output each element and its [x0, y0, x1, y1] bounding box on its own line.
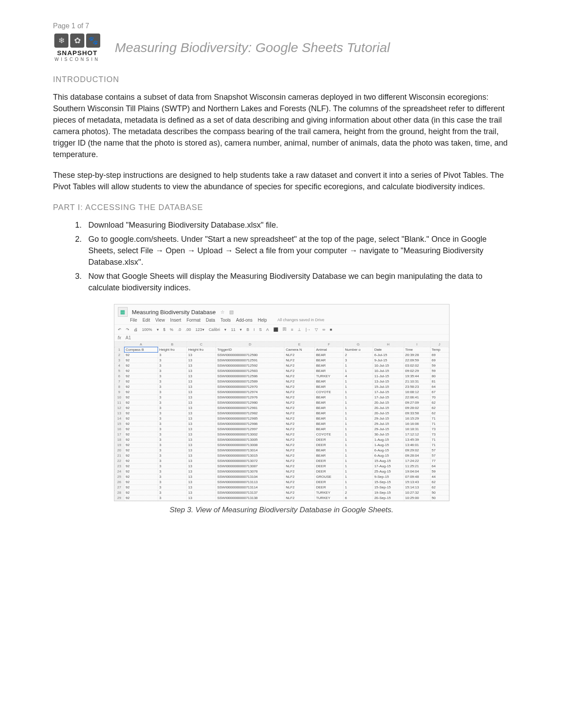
- data-cell[interactable]: 1: [344, 464, 373, 469]
- data-cell[interactable]: 13: [187, 390, 216, 395]
- data-cell[interactable]: 13: [187, 485, 216, 490]
- italic-icon[interactable]: I: [253, 327, 255, 332]
- data-cell[interactable]: 13: [187, 464, 216, 469]
- data-cell[interactable]: NLF2: [284, 437, 314, 443]
- rotate-icon[interactable]: ▽: [315, 327, 318, 332]
- data-cell[interactable]: 92: [124, 363, 158, 368]
- data-cell[interactable]: NLF2: [284, 427, 314, 432]
- data-cell[interactable]: 1: [344, 437, 373, 443]
- data-cell[interactable]: 1: [344, 395, 373, 400]
- data-cell[interactable]: SSWI0000000000713005: [215, 437, 284, 443]
- menu-view[interactable]: View: [155, 318, 165, 323]
- data-cell[interactable]: DEER: [314, 480, 344, 485]
- row-header[interactable]: 29: [114, 495, 124, 501]
- data-cell[interactable]: 69: [430, 358, 449, 363]
- data-cell[interactable]: 13: [187, 411, 216, 416]
- data-cell[interactable]: 9-Sep-15: [373, 474, 404, 480]
- data-cell[interactable]: 77: [430, 458, 449, 464]
- data-cell[interactable]: DEER: [314, 458, 344, 464]
- data-cell[interactable]: SSWI0000000000712970: [215, 384, 284, 390]
- data-cell[interactable]: 13: [187, 469, 216, 474]
- data-cell[interactable]: 3: [158, 358, 187, 363]
- col-header[interactable]: H: [373, 342, 404, 347]
- data-cell[interactable]: TURKEY: [314, 495, 344, 501]
- menu-insert[interactable]: Insert: [170, 318, 181, 323]
- data-cell[interactable]: 1: [344, 485, 373, 490]
- data-cell[interactable]: 10:27:32: [404, 490, 430, 495]
- col-header[interactable]: D: [215, 342, 284, 347]
- data-cell[interactable]: 62: [430, 400, 449, 405]
- data-cell[interactable]: 1: [344, 480, 373, 485]
- data-cell[interactable]: SSWI0000000000712976: [215, 395, 284, 400]
- data-cell[interactable]: 13: [187, 368, 216, 374]
- data-cell[interactable]: BEAR: [314, 400, 344, 405]
- row-header[interactable]: 23: [114, 464, 124, 469]
- data-cell[interactable]: 15-Sep-15: [373, 480, 404, 485]
- data-cell[interactable]: SSWI0000000000712589: [215, 379, 284, 384]
- bold-icon[interactable]: B: [246, 327, 249, 332]
- data-cell[interactable]: 92: [124, 469, 158, 474]
- data-cell[interactable]: 13: [187, 384, 216, 390]
- data-cell[interactable]: 92: [124, 384, 158, 390]
- data-cell[interactable]: DEER: [314, 443, 344, 448]
- data-cell[interactable]: COYOTE: [314, 390, 344, 395]
- data-cell[interactable]: 92: [124, 458, 158, 464]
- data-cell[interactable]: 3: [158, 437, 187, 443]
- data-cell[interactable]: 1: [344, 379, 373, 384]
- data-cell[interactable]: 92: [124, 495, 158, 501]
- menu-edit[interactable]: Edit: [143, 318, 150, 323]
- row-header[interactable]: 5: [114, 368, 124, 374]
- menu-addons[interactable]: Add-ons: [236, 318, 253, 323]
- row-header[interactable]: 2: [114, 353, 124, 358]
- row-header[interactable]: 15: [114, 421, 124, 427]
- data-cell[interactable]: 92: [124, 448, 158, 453]
- col-header[interactable]: C: [187, 342, 216, 347]
- data-cell[interactable]: 13: [187, 395, 216, 400]
- data-cell[interactable]: NLF2: [284, 485, 314, 490]
- font-select[interactable]: Calibri: [209, 327, 220, 332]
- data-cell[interactable]: 3: [158, 374, 187, 379]
- data-cell[interactable]: SSWI0000000000712980: [215, 400, 284, 405]
- data-header-cell[interactable]: Date: [373, 347, 404, 353]
- data-cell[interactable]: 13: [187, 358, 216, 363]
- data-cell[interactable]: 19:04:04: [404, 469, 430, 474]
- data-cell[interactable]: 15-Aug-15: [373, 458, 404, 464]
- data-cell[interactable]: BEAR: [314, 358, 344, 363]
- data-cell[interactable]: NLF2: [284, 400, 314, 405]
- data-cell[interactable]: SSWI0000000000712982: [215, 411, 284, 416]
- data-cell[interactable]: 3: [158, 469, 187, 474]
- data-cell[interactable]: 57: [430, 448, 449, 453]
- data-cell[interactable]: BEAR: [314, 363, 344, 368]
- data-cell[interactable]: 3: [158, 411, 187, 416]
- data-cell[interactable]: 62: [430, 405, 449, 411]
- data-cell[interactable]: 1: [344, 363, 373, 368]
- data-cell[interactable]: 1: [344, 453, 373, 458]
- data-cell[interactable]: 29-Jul-15: [373, 427, 404, 432]
- data-cell[interactable]: 2: [344, 490, 373, 495]
- borders-icon[interactable]: 田: [283, 326, 287, 332]
- data-cell[interactable]: SSWI0000000000713015: [215, 453, 284, 458]
- data-cell[interactable]: 13: [187, 453, 216, 458]
- data-cell[interactable]: NLF2: [284, 458, 314, 464]
- dec-dec-icon[interactable]: .0: [178, 327, 181, 332]
- data-cell[interactable]: 09:29:02: [404, 448, 430, 453]
- data-cell[interactable]: 09:28:02: [404, 405, 430, 411]
- data-cell[interactable]: 92: [124, 453, 158, 458]
- data-cell[interactable]: 92: [124, 421, 158, 427]
- data-cell[interactable]: 59: [430, 368, 449, 374]
- data-cell[interactable]: SSWI0000000000712580: [215, 353, 284, 358]
- row-header[interactable]: 22: [114, 458, 124, 464]
- data-cell[interactable]: NLF2: [284, 374, 314, 379]
- data-cell[interactable]: 13: [187, 432, 216, 437]
- data-cell[interactable]: SSWI0000000000713002: [215, 432, 284, 437]
- link-icon[interactable]: ∞: [322, 327, 325, 332]
- row-header[interactable]: 27: [114, 485, 124, 490]
- data-cell[interactable]: NLF2: [284, 421, 314, 427]
- data-cell[interactable]: 92: [124, 411, 158, 416]
- row-header[interactable]: 19: [114, 443, 124, 448]
- row-header[interactable]: 20: [114, 448, 124, 453]
- col-header[interactable]: B: [158, 342, 187, 347]
- data-cell[interactable]: 17:12:12: [404, 432, 430, 437]
- row-header[interactable]: 6: [114, 374, 124, 379]
- data-cell[interactable]: 92: [124, 416, 158, 421]
